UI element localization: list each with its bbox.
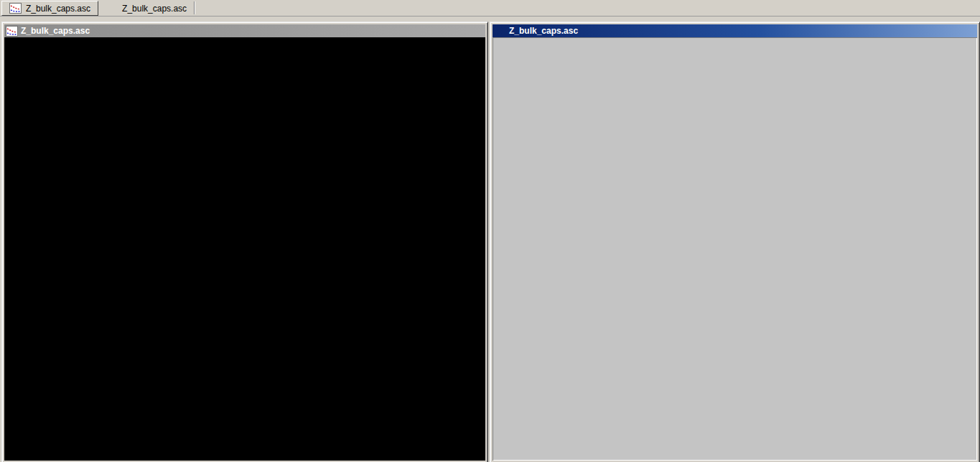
- tab-schematic[interactable]: Z_bulk_caps.asc: [98, 1, 194, 16]
- schematic-icon: [106, 4, 118, 14]
- tab-separator: [194, 1, 195, 14]
- window-title: Z_bulk_caps.asc: [18, 26, 484, 36]
- waveform-icon: [9, 3, 22, 14]
- waveform-icon: [6, 26, 18, 37]
- waveform-window: Z_bulk_caps.asc: [1, 22, 488, 462]
- waveform-plot-area[interactable]: [4, 37, 485, 461]
- schematic-window: Z_bulk_caps.asc: [490, 22, 980, 462]
- ltspice-app: { "app": { "chrome_color": "#D4D0C8" }, …: [0, 0, 980, 462]
- schematic-window-titlebar[interactable]: Z_bulk_caps.asc: [493, 24, 977, 37]
- waveform-window-titlebar[interactable]: Z_bulk_caps.asc: [4, 24, 485, 37]
- mdi-area: Z_bulk_caps.asc Z_bulk_caps.asc: [0, 16, 980, 462]
- tab-label: Z_bulk_caps.asc: [122, 4, 187, 14]
- schematic-canvas[interactable]: [493, 37, 977, 461]
- tab-label: Z_bulk_caps.asc: [26, 4, 90, 14]
- tab-waveform[interactable]: Z_bulk_caps.asc: [1, 1, 98, 16]
- schematic-icon: [494, 26, 506, 37]
- tab-bar: Z_bulk_caps.asc Z_bulk_caps.asc: [0, 0, 980, 16]
- window-title: Z_bulk_caps.asc: [506, 26, 976, 36]
